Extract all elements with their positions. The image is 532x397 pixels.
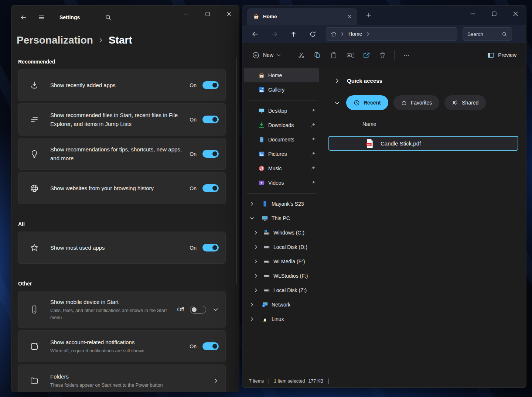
toggle-switch[interactable] bbox=[202, 150, 219, 158]
nav-back-button[interactable] bbox=[247, 27, 263, 41]
toggle-switch[interactable] bbox=[202, 81, 219, 89]
breadcrumb: Personalization Start bbox=[11, 29, 239, 46]
hamburger-icon bbox=[38, 14, 45, 21]
settings-content: Recommended Show recently added apps On … bbox=[11, 46, 239, 392]
drive-icon bbox=[263, 287, 270, 294]
chevron-right-icon[interactable] bbox=[366, 32, 370, 36]
toggle-switch[interactable] bbox=[202, 342, 219, 350]
maximize-button[interactable] bbox=[486, 7, 502, 20]
column-header-name[interactable]: Name bbox=[362, 121, 526, 127]
search-input[interactable]: Search bbox=[463, 27, 512, 41]
sidebar-item-documents[interactable]: Documents bbox=[244, 133, 319, 147]
globe-icon bbox=[18, 184, 50, 193]
setting-label: Show mobile device in Start bbox=[50, 298, 171, 306]
nav-up-button[interactable] bbox=[285, 27, 301, 41]
minimize-button[interactable] bbox=[178, 8, 194, 20]
sidebar-item-network[interactable]: Network bbox=[244, 298, 319, 312]
explorer-toolbar: New Preview bbox=[242, 43, 526, 67]
quick-access-header[interactable]: Quick access bbox=[335, 75, 526, 86]
chevron-down-icon[interactable] bbox=[335, 100, 340, 105]
toggle-switch[interactable] bbox=[190, 306, 206, 314]
filter-pill-shared[interactable]: Shared bbox=[444, 95, 486, 110]
address-bar[interactable]: Home bbox=[326, 27, 457, 41]
sidebar-item-local-disk-d[interactable]: Local Disk (D:) bbox=[244, 240, 319, 254]
chevron-right-icon[interactable] bbox=[335, 78, 340, 83]
toggle-knob bbox=[212, 117, 217, 122]
sidebar-item-pictures[interactable]: Pictures bbox=[244, 147, 319, 161]
sidebar-item-desktop[interactable]: Desktop bbox=[244, 104, 319, 118]
minimize-button[interactable] bbox=[465, 7, 480, 20]
setting-row-account-notifications[interactable]: Show account-related notifications When … bbox=[18, 330, 226, 362]
settings-scrollbar[interactable] bbox=[236, 57, 236, 284]
chevron-right-icon[interactable] bbox=[250, 317, 254, 321]
address-crumb-home[interactable]: Home bbox=[348, 31, 362, 37]
share-button[interactable] bbox=[358, 48, 374, 62]
paste-button[interactable] bbox=[325, 48, 342, 62]
sidebar-item-videos[interactable]: Videos bbox=[244, 176, 319, 190]
sidebar-item-wlmedia-e[interactable]: WLMedia (E:) bbox=[244, 254, 319, 268]
people-icon bbox=[452, 100, 458, 106]
sidebar-item-this-pc[interactable]: This PC bbox=[244, 211, 319, 225]
toggle-state-label: On bbox=[190, 343, 197, 349]
filter-pill-favorites[interactable]: Favorites bbox=[393, 95, 440, 110]
more-options-button[interactable] bbox=[398, 48, 415, 62]
close-button[interactable] bbox=[508, 7, 523, 20]
chevron-right-icon[interactable] bbox=[254, 230, 258, 235]
copy-button[interactable] bbox=[309, 48, 325, 62]
status-selection: 1 item selected bbox=[274, 379, 305, 384]
sidebar-item-windows-c[interactable]: Windows (C:) bbox=[244, 226, 319, 240]
music-icon bbox=[258, 165, 265, 172]
setting-row-most-used-apps[interactable]: Show most used apps On bbox=[18, 232, 226, 264]
chevron-right-icon[interactable] bbox=[250, 302, 254, 307]
setting-row-recently-added-apps[interactable]: Show recently added apps On bbox=[18, 69, 226, 101]
setting-row-recommended-files[interactable]: Show recommended files in Start, recent … bbox=[18, 103, 226, 136]
chevron-right-icon[interactable] bbox=[340, 32, 345, 36]
file-row-candle-stick-pdf[interactable]: PDF Candle Stick.pdf bbox=[328, 136, 518, 151]
sidebar-item-downloads[interactable]: Downloads bbox=[244, 118, 319, 132]
sidebar-item-home[interactable]: Home bbox=[244, 68, 319, 82]
delete-button[interactable] bbox=[374, 48, 391, 62]
sidebar-item-gallery[interactable]: Gallery bbox=[244, 83, 319, 97]
settings-titlebar[interactable]: Settings bbox=[11, 6, 239, 29]
settings-search-button[interactable] bbox=[102, 11, 115, 23]
chevron-right-icon[interactable] bbox=[254, 288, 258, 292]
setting-row-recommendations-tips[interactable]: Show recommendations for tips, shortcuts… bbox=[18, 138, 226, 170]
chevron-right-icon[interactable] bbox=[254, 259, 258, 264]
chevron-down-icon[interactable] bbox=[250, 216, 254, 220]
sidebar-item-wlstudios-f[interactable]: WLStudios (F:) bbox=[244, 269, 319, 283]
back-button[interactable] bbox=[17, 11, 30, 23]
tab-close-button[interactable] bbox=[344, 12, 354, 21]
tab-home[interactable]: Home bbox=[247, 8, 357, 25]
sidebar-item-mayanks-s23[interactable]: Mayank's S23 bbox=[244, 197, 319, 211]
new-button[interactable]: New bbox=[248, 48, 285, 62]
filter-pill-recent[interactable]: Recent bbox=[346, 95, 388, 110]
explorer-titlebar[interactable]: Home bbox=[242, 6, 526, 25]
chevron-right-icon[interactable] bbox=[254, 274, 258, 278]
maximize-button[interactable] bbox=[200, 8, 215, 20]
documents-icon bbox=[258, 136, 265, 143]
status-item-count: 7 items bbox=[249, 379, 264, 384]
toggle-switch[interactable] bbox=[202, 244, 219, 251]
cut-button[interactable] bbox=[293, 48, 309, 62]
windows-drive-icon bbox=[263, 229, 270, 236]
sidebar-item-music[interactable]: Music bbox=[244, 161, 319, 175]
toggle-switch[interactable] bbox=[202, 184, 219, 192]
preview-button[interactable]: Preview bbox=[482, 48, 521, 62]
sidebar-item-linux[interactable]: Linux bbox=[244, 312, 319, 326]
nav-forward-button[interactable] bbox=[266, 27, 282, 41]
new-tab-button[interactable] bbox=[362, 9, 375, 21]
toggle-switch[interactable] bbox=[202, 116, 219, 123]
chevron-down-icon[interactable] bbox=[213, 307, 219, 312]
setting-row-mobile-device[interactable]: Show mobile device in Start Calls, texts… bbox=[18, 291, 226, 328]
rename-button[interactable] bbox=[342, 48, 358, 62]
toggle-knob bbox=[212, 344, 217, 349]
breadcrumb-personalization[interactable]: Personalization bbox=[17, 34, 93, 46]
hamburger-menu-button[interactable] bbox=[35, 11, 48, 23]
setting-row-folders[interactable]: Folders These folders appear on Start ne… bbox=[18, 365, 226, 392]
close-button[interactable] bbox=[221, 8, 237, 20]
chevron-right-icon[interactable] bbox=[254, 245, 258, 249]
chevron-right-icon[interactable] bbox=[250, 202, 254, 206]
sidebar-item-local-disk-z[interactable]: Local Disk (Z:) bbox=[244, 283, 319, 297]
nav-refresh-button[interactable] bbox=[304, 27, 321, 41]
setting-row-websites-history[interactable]: Show websites from your browsing history… bbox=[18, 172, 226, 204]
